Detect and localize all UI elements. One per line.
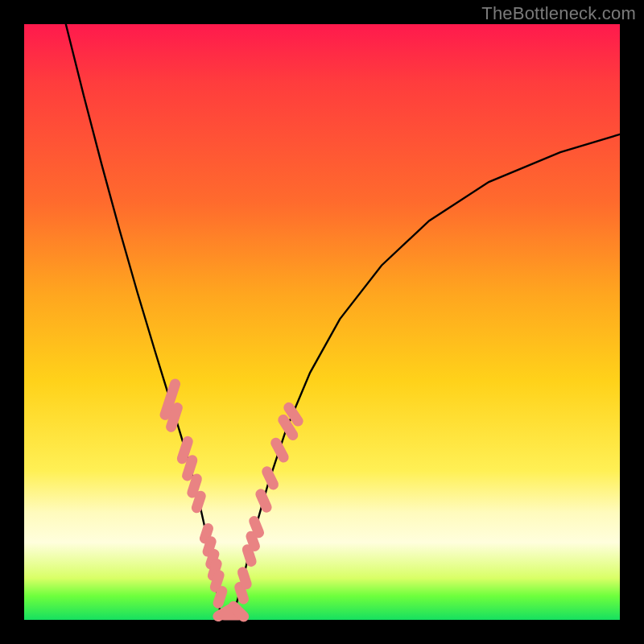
curve-right-curve [233,134,620,617]
marker-point [260,464,280,491]
marker-point [254,487,273,514]
chart-frame: TheBottleneck.com [0,0,644,644]
marker-point [269,436,291,464]
marker-layer [159,378,305,624]
chart-svg [24,24,620,620]
plot-area [24,24,620,620]
curve-layer [66,24,620,617]
watermark-text: TheBottleneck.com [481,3,636,24]
curve-left-curve [66,24,221,617]
